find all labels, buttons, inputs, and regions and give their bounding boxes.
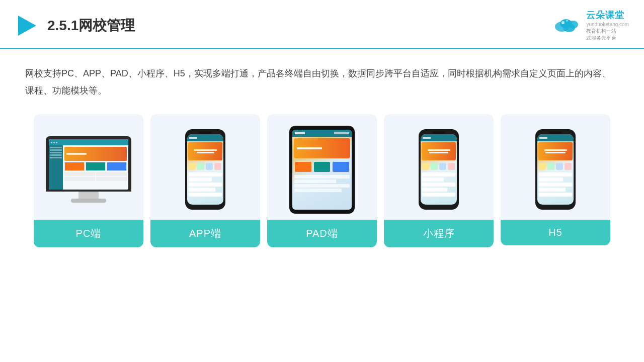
- phone-h5-mockup: [535, 129, 576, 210]
- svg-point-5: [561, 21, 565, 24]
- header-left: 2.5.1网校管理: [15, 14, 135, 38]
- card-h5-image: [501, 114, 610, 220]
- card-pc: PC端: [34, 114, 143, 247]
- phone-app-mockup: [185, 129, 225, 210]
- brand-name: 云朵课堂: [586, 9, 624, 21]
- card-miniapp-image: [384, 114, 494, 220]
- card-app: APP端: [150, 114, 260, 247]
- card-miniapp: 小程序: [384, 114, 494, 247]
- page-title: 2.5.1网校管理: [47, 16, 135, 35]
- platform-cards: PC端: [0, 109, 644, 257]
- card-pc-image: [34, 114, 143, 220]
- header: 2.5.1网校管理 云朵课堂 yunduoketang.com 教育机构一站 式…: [0, 0, 644, 49]
- play-logo-icon: [15, 14, 39, 38]
- tablet-mockup: [289, 126, 355, 214]
- card-pad: PAD端: [267, 114, 377, 247]
- card-miniapp-label: 小程序: [384, 220, 494, 247]
- card-pc-label: PC端: [34, 220, 143, 247]
- brand-url: yunduoketang.com: [586, 22, 629, 27]
- svg-point-6: [566, 20, 568, 22]
- brand-cloud-icon: [551, 15, 581, 37]
- svg-marker-0: [18, 16, 36, 36]
- pc-monitor: [46, 136, 131, 203]
- card-pad-image: [267, 114, 377, 220]
- card-pad-label: PAD端: [267, 220, 377, 247]
- svg-point-4: [568, 21, 578, 29]
- card-h5: H5: [501, 114, 610, 245]
- brand-logo-area: 云朵课堂 yunduoketang.com 教育机构一站 式服务云平台: [551, 9, 629, 42]
- card-app-image: [150, 114, 260, 220]
- description-text: 网校支持PC、APP、PAD、小程序、H5，实现多端打通，产品各终端自由切换，数…: [0, 49, 644, 109]
- phone-miniapp-mockup: [419, 129, 459, 210]
- brand-text: 云朵课堂 yunduoketang.com 教育机构一站 式服务云平台: [586, 9, 629, 42]
- card-h5-label: H5: [501, 220, 610, 245]
- card-app-label: APP端: [150, 220, 260, 247]
- brand-tagline: 教育机构一站 式服务云平台: [586, 28, 616, 42]
